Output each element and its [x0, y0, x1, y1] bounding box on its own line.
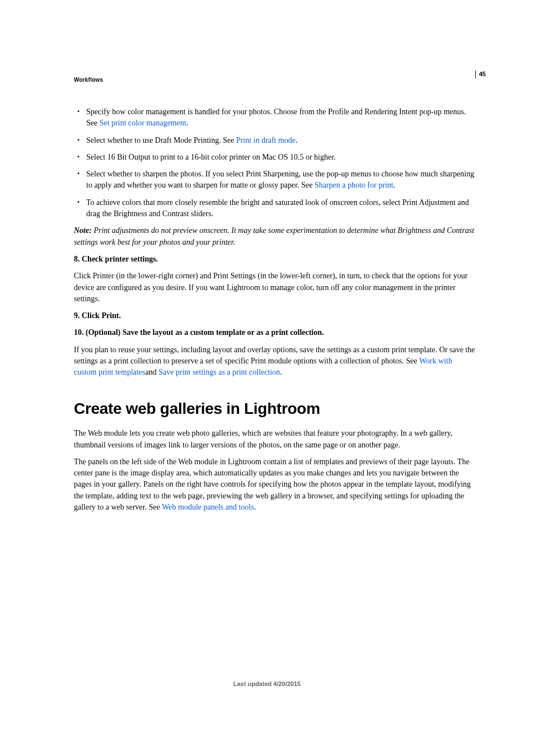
note-body: Print adjustments do not preview onscree…	[74, 226, 474, 246]
footer-last-updated: Last updated 4/20/2015	[0, 680, 534, 689]
web-p2-post: .	[254, 503, 256, 511]
list-item: Select whether to use Draft Mode Printin…	[74, 135, 476, 146]
step-10-pre: If you plan to reuse your settings, incl…	[74, 346, 475, 365]
list-item: To achieve colors that more closely rese…	[74, 197, 476, 220]
link-print-in-draft-mode[interactable]: Print in draft mode	[236, 136, 296, 144]
note-paragraph: Note: Print adjustments do not preview o…	[74, 225, 476, 248]
page-content: Specify how color management is handled …	[74, 106, 476, 513]
web-p2-pre: The panels on the left side of the Web m…	[74, 458, 471, 511]
bullet-list: Specify how color management is handled …	[74, 106, 476, 220]
section-title-create-web-galleries: Create web galleries in Lightroom	[74, 398, 476, 421]
page-number: 45	[475, 71, 486, 78]
note-label: Note:	[74, 226, 92, 235]
list-text-post: .	[186, 119, 189, 127]
link-sharpen-a-photo-for-print[interactable]: Sharpen a photo for print	[315, 181, 394, 189]
web-p1: The Web module lets you create web photo…	[74, 428, 476, 451]
list-text: Select 16 Bit Output to print to a 16-bi…	[86, 153, 336, 161]
step-10-heading: 10. (Optional) Save the layout as a cust…	[74, 327, 476, 338]
link-web-module-panels-and-tools[interactable]: Web module panels and tools	[162, 503, 254, 511]
page: Workflows 45 Specify how color managemen…	[0, 0, 534, 756]
list-text: To achieve colors that more closely rese…	[86, 198, 469, 218]
step-10-body: If you plan to reuse your settings, incl…	[74, 344, 476, 379]
list-item: Specify how color management is handled …	[74, 106, 476, 129]
step-10-post: .	[280, 368, 282, 376]
web-p2: The panels on the left side of the Web m…	[74, 456, 476, 513]
list-text-post: .	[296, 136, 298, 144]
step-8-heading: 8. Check printer settings.	[74, 254, 476, 265]
link-save-print-settings-collection[interactable]: Save print settings as a print collectio…	[158, 368, 280, 376]
list-text: Select whether to sharpen the photos. If…	[86, 170, 474, 189]
list-item: Select 16 Bit Output to print to a 16-bi…	[74, 152, 476, 163]
running-head: Workflows	[74, 76, 103, 85]
list-text: Select whether to use Draft Mode Printin…	[86, 136, 236, 144]
list-item: Select whether to sharpen the photos. If…	[74, 169, 476, 192]
link-set-print-color-management[interactable]: Set print color management	[100, 119, 186, 127]
step-8-body: Click Printer (in the lower-right corner…	[74, 270, 476, 305]
step-9-heading: 9. Click Print.	[74, 310, 476, 321]
step-10-mid: and	[146, 368, 159, 376]
list-text-post: .	[394, 181, 396, 189]
